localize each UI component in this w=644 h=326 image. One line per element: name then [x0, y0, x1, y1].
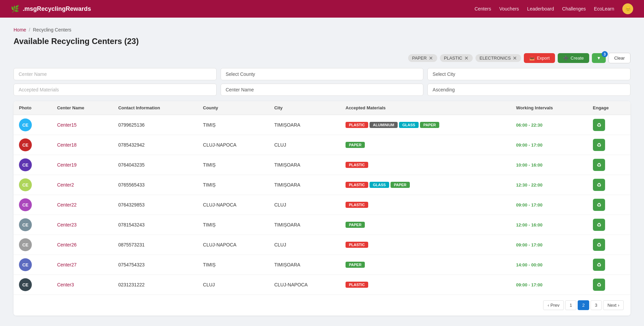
- material-badge-plastic: PLASTIC: [346, 182, 368, 188]
- create-icon: ➕: [563, 56, 569, 61]
- material-badge-paper: PAPER: [420, 122, 439, 128]
- cell-hours: 12:30 - 22:00: [511, 175, 587, 195]
- avatar: CE: [19, 258, 32, 271]
- chip-plastic-close[interactable]: ✕: [464, 56, 469, 61]
- col-city: City: [269, 101, 340, 115]
- breadcrumb: Home / Recycling Centers: [14, 27, 630, 32]
- engage-button[interactable]: ♻: [593, 199, 605, 211]
- cell-city: TIMIȘOARA: [269, 175, 340, 195]
- cell-photo: CE: [14, 195, 52, 215]
- sort-order-select[interactable]: Ascending Descending: [427, 84, 630, 96]
- engage-button[interactable]: ♻: [593, 219, 605, 231]
- export-button[interactable]: 📤 Export: [524, 53, 555, 63]
- cell-city: TIMIȘOARA: [269, 215, 340, 235]
- working-hours: 12:30 - 22:00: [516, 182, 542, 188]
- center-name-link[interactable]: Center2: [57, 182, 74, 188]
- col-hours: Working Intervals: [511, 101, 587, 115]
- cell-hours: 09:00 - 17:00: [511, 275, 587, 295]
- material-badge-plastic: PLASTIC: [346, 242, 368, 248]
- engage-button[interactable]: ♻: [593, 259, 605, 271]
- clear-button[interactable]: Clear: [608, 53, 630, 63]
- cell-materials: PLASTIC: [340, 155, 511, 175]
- filter-chips-bar: PAPER ✕ PLASTIC ✕ ELECTRONICS ✕ 📤 Export…: [14, 53, 630, 63]
- page-2-button[interactable]: 2: [578, 300, 589, 310]
- cell-engage: ♻: [587, 175, 630, 195]
- sort-field-input[interactable]: [221, 84, 424, 96]
- chip-electronics-label: ELECTRONICS: [480, 56, 511, 61]
- cell-materials: PLASTICGLASSPAPER: [340, 175, 511, 195]
- cell-county: TIMIȘ: [198, 155, 269, 175]
- col-engage: Engage: [587, 101, 630, 115]
- col-contact: Contact Information: [113, 101, 197, 115]
- cell-materials: PLASTIC: [340, 275, 511, 295]
- cell-county: TIMIȘ: [198, 115, 269, 135]
- col-county: County: [198, 101, 269, 115]
- center-name-input[interactable]: [14, 68, 217, 80]
- cell-city: CLUJ: [269, 235, 340, 255]
- table-row: CECenter180785432942CLUJ-NAPOCACLUJPAPER…: [14, 135, 630, 155]
- nav-centers[interactable]: Centers: [474, 6, 491, 12]
- center-name-link[interactable]: Center23: [57, 222, 77, 227]
- chip-plastic: PLASTIC ✕: [440, 54, 473, 62]
- table-header-row: Photo Center Name Contact Information Co…: [14, 101, 630, 115]
- user-avatar[interactable]: 😊: [622, 3, 633, 14]
- cell-name: Center26: [52, 235, 113, 255]
- cell-engage: ♻: [587, 215, 630, 235]
- prev-page-button[interactable]: ‹ Prev: [543, 300, 564, 310]
- nav-vouchers[interactable]: Vouchers: [499, 6, 519, 12]
- city-select[interactable]: Select City: [427, 68, 630, 80]
- center-name-link[interactable]: Center22: [57, 202, 77, 208]
- cell-photo: CE: [14, 215, 52, 235]
- chip-paper-close[interactable]: ✕: [429, 56, 433, 61]
- nav-ecolearn[interactable]: EcoLearn: [594, 6, 614, 12]
- material-badge-glass: GLASS: [399, 122, 419, 128]
- engage-button[interactable]: ♻: [593, 239, 605, 251]
- brand: 🌿 .msgRecyclingRewards: [11, 5, 91, 13]
- center-name-link[interactable]: Center15: [57, 122, 77, 128]
- filter-button[interactable]: 3 ▼: [592, 53, 606, 63]
- cell-materials: PAPER: [340, 135, 511, 155]
- engage-button[interactable]: ♻: [593, 179, 605, 191]
- page-3-button[interactable]: 3: [591, 300, 602, 310]
- county-select[interactable]: Select County: [221, 68, 424, 80]
- engage-button[interactable]: ♻: [593, 159, 605, 171]
- nav-challenges[interactable]: Challenges: [562, 6, 586, 12]
- chip-electronics: ELECTRONICS ✕: [475, 54, 521, 62]
- page-1-button[interactable]: 1: [565, 300, 576, 310]
- page-title: Available Recycling Centers (23): [14, 37, 630, 46]
- materials-input[interactable]: [14, 84, 217, 96]
- cell-name: Center2: [52, 175, 113, 195]
- working-hours: 09:00 - 17:00: [516, 143, 542, 148]
- cell-city: TIMIȘOARA: [269, 155, 340, 175]
- cell-name: Center27: [52, 255, 113, 275]
- chip-paper: PAPER ✕: [408, 54, 437, 62]
- working-hours: 14:00 - 00:00: [516, 262, 542, 267]
- center-name-link[interactable]: Center3: [57, 282, 74, 287]
- table-row: CECenter270754754323TIMIȘTIMIȘOARAPAPER1…: [14, 255, 630, 275]
- center-name-link[interactable]: Center18: [57, 142, 77, 148]
- material-badge-aluminium: ALUMINIUM: [370, 122, 398, 128]
- cell-materials: PAPER: [340, 255, 511, 275]
- center-name-link[interactable]: Center26: [57, 242, 77, 247]
- material-badge-glass: GLASS: [370, 182, 389, 188]
- avatar: CE: [19, 218, 32, 231]
- center-name-link[interactable]: Center27: [57, 262, 77, 267]
- filter-icon: ▼: [597, 56, 601, 61]
- chip-electronics-close[interactable]: ✕: [513, 56, 517, 61]
- col-photo: Photo: [14, 101, 52, 115]
- engage-button[interactable]: ♻: [593, 119, 605, 131]
- material-badge-paper: PAPER: [391, 182, 410, 188]
- nav-leaderboard[interactable]: Leaderboard: [527, 6, 554, 12]
- cell-hours: 09:00 - 17:00: [511, 135, 587, 155]
- breadcrumb-home[interactable]: Home: [14, 27, 26, 32]
- engage-button[interactable]: ♻: [593, 279, 605, 291]
- center-name-link[interactable]: Center19: [57, 162, 77, 168]
- next-icon: ›: [618, 303, 619, 308]
- cell-engage: ♻: [587, 135, 630, 155]
- next-page-button[interactable]: Next ›: [603, 300, 624, 310]
- create-button[interactable]: ➕ Create: [558, 53, 589, 63]
- cell-photo: CE: [14, 175, 52, 195]
- working-hours: 06:00 - 22:30: [516, 123, 542, 128]
- next-label: Next: [607, 303, 617, 308]
- engage-button[interactable]: ♻: [593, 139, 605, 151]
